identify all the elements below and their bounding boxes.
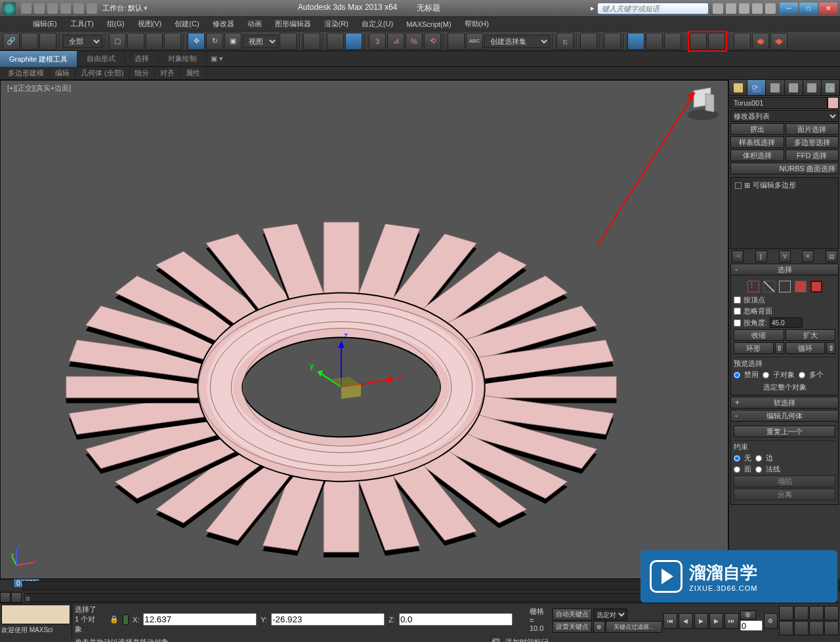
next-frame-button[interactable]: ▶ <box>709 613 723 629</box>
mirror-button[interactable]: ⎌ <box>556 33 574 50</box>
save-icon[interactable] <box>47 3 58 14</box>
object-color-swatch[interactable] <box>828 97 839 109</box>
tab-motion[interactable] <box>785 80 803 95</box>
detach-button[interactable]: 分离 <box>734 489 835 500</box>
panel-polymodel[interactable]: 多边形建模 <box>3 67 50 79</box>
pin-stack-button[interactable]: ⊣ <box>732 251 744 262</box>
time-tag-button[interactable]: 🏷 <box>491 637 501 642</box>
ignore-backface-checkbox[interactable] <box>734 308 741 315</box>
rollout-selection-header[interactable]: -选择 <box>730 264 839 275</box>
menu-help[interactable]: 帮助(H) <box>458 18 495 30</box>
rollout-editgeo-header[interactable]: -编辑几何体 <box>730 410 839 422</box>
tab-selection[interactable]: 选择 <box>125 51 159 66</box>
scale-button[interactable]: ▣ <box>224 33 242 50</box>
bind-button[interactable] <box>39 33 56 50</box>
render-frame-button[interactable] <box>734 33 751 50</box>
edge-mode-button[interactable] <box>763 281 775 292</box>
trackbar-btn1[interactable] <box>0 592 10 603</box>
panel-props[interactable]: 属性 <box>180 67 206 79</box>
tab-display[interactable] <box>803 80 822 95</box>
viewcube[interactable] <box>683 83 723 123</box>
keystep-button[interactable]: ⦿ <box>740 611 756 620</box>
select-button[interactable]: ▢ <box>109 33 126 50</box>
open-icon[interactable] <box>34 3 45 14</box>
panel-edit[interactable]: 编辑 <box>50 67 75 79</box>
menu-edit[interactable]: 编辑(E) <box>26 18 64 30</box>
menu-group[interactable]: 组(G) <box>100 18 131 30</box>
modbtn-polysel[interactable]: 多边形选择 <box>786 136 839 148</box>
zoom-all-button[interactable] <box>824 606 839 620</box>
subscription-icon[interactable] <box>726 3 736 14</box>
menu-animation[interactable]: 动画 <box>241 18 268 30</box>
select-region-button[interactable] <box>146 33 163 50</box>
curve-editor-button[interactable] <box>627 33 644 50</box>
menu-maxscript[interactable]: MAXScript(M) <box>400 19 457 30</box>
panel-geometry[interactable]: 几何体 (全部) <box>75 67 129 79</box>
play-button[interactable]: ▶ <box>694 613 708 629</box>
search-input[interactable] <box>597 3 709 14</box>
orbit-button[interactable] <box>794 621 808 635</box>
trackbar-btn2[interactable] <box>11 592 22 603</box>
rollout-softsel-header[interactable]: +软选择 <box>730 397 839 409</box>
border-mode-button[interactable] <box>779 281 791 292</box>
unlink-button[interactable] <box>21 33 38 50</box>
setkey-button[interactable]: 设置关键点 <box>553 621 592 633</box>
viewport[interactable]: [+][正交][真实+边面] <box>0 80 728 579</box>
add-time-marker-label[interactable]: 添加时间标记 <box>505 637 549 643</box>
render-button[interactable]: 🫖 <box>752 33 769 50</box>
ring-spin[interactable]: ⇕ <box>775 342 784 354</box>
modbtn-extrude[interactable]: 挤出 <box>730 123 784 135</box>
configure-button[interactable]: ▤ <box>826 251 837 262</box>
snap2-button[interactable]: 3 <box>369 33 386 50</box>
tab-create[interactable]: ✲ <box>729 80 747 95</box>
collapse-button[interactable]: 塌陷 <box>734 475 835 487</box>
modifier-stack[interactable]: ⊞可编辑多边形 <box>730 177 839 249</box>
pivot-button[interactable] <box>280 33 297 50</box>
shrink-button[interactable]: 收缩 <box>734 329 784 341</box>
key-filters-button[interactable]: 关键点过滤器... <box>606 621 662 633</box>
tab-hierarchy[interactable] <box>766 80 784 95</box>
tab-modify[interactable]: ⟳ <box>747 80 766 95</box>
make-unique-button[interactable]: ∀ <box>779 251 791 262</box>
refcoord-dropdown[interactable]: 视图 <box>243 35 278 48</box>
tab-freeform[interactable]: 自由形式 <box>77 51 125 66</box>
infocenter-icon[interactable] <box>713 3 723 14</box>
object-name-input[interactable] <box>730 97 828 109</box>
layers-button[interactable] <box>604 33 621 50</box>
stack-item-editable-poly[interactable]: ⊞可编辑多边形 <box>732 179 837 191</box>
constrain-face-radio[interactable] <box>734 466 740 473</box>
pan-button[interactable] <box>779 606 793 620</box>
modifier-list-dropdown[interactable]: 修改器列表 <box>730 110 839 122</box>
constrain-edge-radio[interactable] <box>755 455 762 462</box>
spinner-snap-button[interactable]: ⟲ <box>424 33 441 50</box>
favorites-icon[interactable] <box>752 3 763 14</box>
zoom-button[interactable] <box>794 606 808 620</box>
link-icon[interactable] <box>87 3 97 14</box>
select-name-button[interactable] <box>127 33 144 50</box>
modbtn-nurbs[interactable]: NURBS 曲面选择 <box>730 163 839 174</box>
modbtn-patchsel[interactable]: 面片选择 <box>786 123 839 135</box>
zoom-ext-button[interactable] <box>779 621 793 635</box>
undo-icon[interactable] <box>60 3 71 14</box>
app-icon[interactable] <box>3 2 16 15</box>
render-setup-button[interactable] <box>708 33 725 50</box>
prev-frame-button[interactable]: ◀ <box>679 613 692 629</box>
angle-snap-button[interactable]: ⊿ <box>387 33 404 50</box>
schematic-button[interactable] <box>664 33 681 50</box>
dope-sheet-button[interactable] <box>646 33 663 50</box>
close-button[interactable]: ✕ <box>819 3 837 14</box>
preview-disable-radio[interactable] <box>734 372 740 378</box>
selection-filter-dropdown[interactable]: 全部 <box>63 35 102 48</box>
constrain-normal-radio[interactable] <box>755 466 762 473</box>
menu-customize[interactable]: 自定义(U) <box>355 18 400 30</box>
tab-utilities[interactable]: 🔧 <box>822 80 840 95</box>
goto-start-button[interactable]: ⏮ <box>663 613 677 629</box>
constrain-none-radio[interactable] <box>734 455 740 462</box>
redo-icon[interactable] <box>74 3 84 14</box>
selection-lock-button[interactable]: 🔒 <box>110 615 119 624</box>
by-vertex-checkbox[interactable] <box>734 296 741 304</box>
modbtn-ffdsel[interactable]: FFD 选择 <box>786 150 839 161</box>
move-button[interactable]: ✥ <box>188 33 205 50</box>
percent-snap-button[interactable]: % <box>406 33 423 50</box>
element-mode-button[interactable] <box>810 281 822 292</box>
